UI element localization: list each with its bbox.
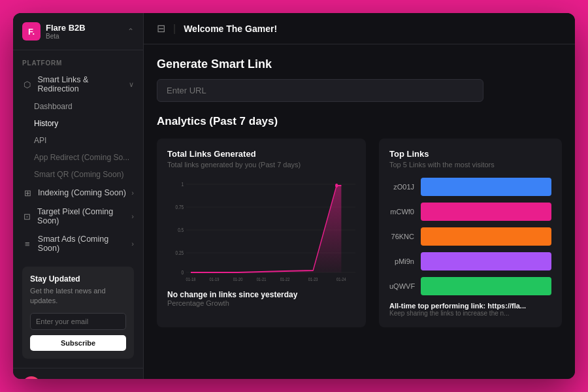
sidebar: F. Flare B2B Beta ⌃ Platform ⬡ Smart Lin… — [13, 13, 144, 379]
list-item: zO01J — [389, 178, 551, 196]
list-item: 76KNC — [389, 227, 551, 246]
app-badge: Beta — [46, 33, 86, 40]
list-item: uQWVF — [389, 277, 551, 295]
analytics-grid: Total Links Generated Total links genera… — [157, 139, 562, 327]
chart-container: 1 0.75 0.5 0.25 0 01-18 01-19 01-20 01-2… — [167, 178, 355, 282]
generate-title: Generate Smart Link — [157, 57, 562, 71]
sidebar-sub-item-smart-qr[interactable]: Smart QR (Coming Soon) — [13, 166, 143, 183]
indexing-icon: ⊞ — [22, 188, 33, 198]
svg-point-17 — [335, 184, 338, 188]
link-label: mCWf0 — [389, 208, 414, 216]
user-details: The Gamer thegamerytofficial2002@g... — [46, 378, 127, 379]
main-content: ⊟ | Welcome The Gamer! Generate Smart Li… — [144, 13, 575, 379]
email-input[interactable] — [30, 313, 126, 330]
sidebar-item-left: ⬡ Smart Links & Redirection — [22, 75, 129, 93]
stay-updated-desc: Get the latest news and updates. — [30, 286, 126, 306]
svg-text:01-24: 01-24 — [336, 276, 346, 282]
sidebar-toggle-icon[interactable]: ⊟ — [157, 22, 165, 35]
sidebar-item-smart-ads[interactable]: ≡ Smart Ads (Coming Soon) › — [13, 230, 143, 257]
sidebar-sub-item-app-redirect[interactable]: App Redirect (Coming So... — [13, 149, 143, 166]
app-window: F. Flare B2B Beta ⌃ Platform ⬡ Smart Lin… — [13, 13, 575, 379]
chart-footer: No change in links since yesterday Perce… — [167, 290, 355, 307]
link-label: pMi9n — [389, 257, 414, 265]
chart-footer-subtitle: Percentage Growth — [167, 299, 355, 307]
top-links-subtitle: Top 5 Links with the most visitors — [389, 161, 551, 169]
main-body: Generate Smart Link Analytics (Past 7 da… — [144, 44, 575, 379]
link-bar — [421, 203, 551, 221]
sidebar-user[interactable]: TG The Gamer thegamerytofficial2002@g...… — [13, 368, 143, 379]
link-bar — [421, 252, 551, 270]
link-icon: ⬡ — [22, 79, 32, 90]
ads-icon: ≡ — [22, 238, 33, 249]
top-links-title: Top Links — [389, 149, 551, 159]
header-title: Welcome The Gamer! — [184, 24, 277, 34]
chart-card: Total Links Generated Total links genera… — [157, 139, 366, 327]
link-bar — [421, 227, 551, 246]
logo-left: F. Flare B2B Beta — [22, 22, 86, 41]
sidebar-item-target-pixel[interactable]: ⊡ Target Pixel (Coming Soon) › — [13, 203, 143, 230]
user-info-left: TG The Gamer thegamerytofficial2002@g... — [22, 376, 127, 379]
url-input[interactable] — [157, 79, 483, 102]
subscribe-button[interactable]: Subscribe — [30, 335, 126, 351]
sidebar-section-label: Platform — [13, 50, 143, 71]
link-label: zO01J — [389, 183, 414, 191]
sidebar-item-left: ⊡ Target Pixel (Coming Soon) — [22, 207, 131, 225]
chevron-right-icon: › — [131, 240, 134, 248]
svg-text:01-23: 01-23 — [308, 276, 318, 282]
analytics-title: Analytics (Past 7 days) — [157, 115, 562, 128]
chevron-down-icon: ⌃ — [127, 27, 134, 36]
link-bar — [421, 277, 551, 295]
stay-updated-card: Stay Updated Get the latest news and upd… — [22, 267, 134, 359]
user-name: The Gamer — [46, 378, 127, 379]
chevron-right-icon: › — [131, 212, 134, 220]
list-item: pMi9n — [389, 252, 551, 270]
sidebar-item-indexing[interactable]: ⊞ Indexing (Coming Soon) › — [13, 183, 143, 203]
sidebar-item-left: ≡ Smart Ads (Coming Soon) — [22, 235, 131, 253]
chart-title: Total Links Generated — [167, 149, 355, 159]
svg-text:0.5: 0.5 — [178, 227, 184, 233]
link-bar — [421, 178, 551, 196]
avatar: TG — [22, 376, 41, 379]
link-label: uQWVF — [389, 282, 414, 290]
top-links-footer: All-time top performing link: https://fl… — [389, 302, 551, 317]
svg-text:01-19: 01-19 — [210, 276, 220, 282]
chart-subtitle: Total links generated by you (Past 7 day… — [167, 161, 355, 169]
sidebar-sub-item-dashboard[interactable]: Dashboard — [13, 98, 143, 115]
top-links-footer-title: All-time top performing link: https://fl… — [389, 302, 551, 310]
sidebar-item-smart-links[interactable]: ⬡ Smart Links & Redirection ∨ — [13, 71, 143, 98]
svg-text:1: 1 — [182, 181, 184, 188]
chevron-down-icon: ∨ — [129, 80, 134, 89]
pixel-icon: ⊡ — [22, 211, 32, 221]
sidebar-sub-item-api[interactable]: API — [13, 132, 143, 149]
sidebar-item-pixel-label: Target Pixel (Coming Soon) — [37, 207, 131, 225]
top-links-card: Top Links Top 5 Links with the most visi… — [379, 139, 562, 327]
svg-text:01-18: 01-18 — [186, 276, 196, 282]
sidebar-item-indexing-label: Indexing (Coming Soon) — [38, 188, 126, 197]
logo-text: Flare B2B Beta — [46, 23, 86, 40]
app-name: Flare B2B — [46, 23, 86, 33]
analytics-section: Analytics (Past 7 days) Total Links Gene… — [157, 115, 562, 327]
sidebar-logo[interactable]: F. Flare B2B Beta ⌃ — [13, 13, 143, 50]
top-links-footer-subtitle: Keep sharing the links to increase the n… — [389, 310, 551, 317]
generate-section: Generate Smart Link — [157, 57, 562, 102]
stay-updated-title: Stay Updated — [30, 274, 126, 284]
svg-text:0: 0 — [182, 269, 184, 276]
svg-text:0.25: 0.25 — [176, 250, 184, 256]
main-header: ⊟ | Welcome The Gamer! — [144, 13, 575, 44]
list-item: mCWf0 — [389, 203, 551, 221]
svg-text:0.75: 0.75 — [176, 204, 184, 210]
chevron-right-icon: › — [131, 189, 134, 197]
sidebar-item-smart-links-label: Smart Links & Redirection — [37, 75, 129, 93]
sidebar-item-left: ⊞ Indexing (Coming Soon) — [22, 188, 126, 198]
logo-icon: F. — [22, 22, 41, 41]
sidebar-item-ads-label: Smart Ads (Coming Soon) — [38, 235, 132, 253]
chart-footer-title: No change in links since yesterday — [167, 290, 355, 299]
link-label: 76KNC — [389, 233, 414, 240]
chart-svg: 1 0.75 0.5 0.25 0 01-18 01-19 01-20 01-2… — [167, 178, 355, 282]
svg-text:01-22: 01-22 — [280, 276, 290, 282]
header-divider: | — [173, 23, 176, 35]
svg-text:01-20: 01-20 — [233, 276, 243, 282]
svg-text:01-21: 01-21 — [257, 276, 267, 282]
sidebar-sub-item-history[interactable]: History — [13, 115, 143, 132]
